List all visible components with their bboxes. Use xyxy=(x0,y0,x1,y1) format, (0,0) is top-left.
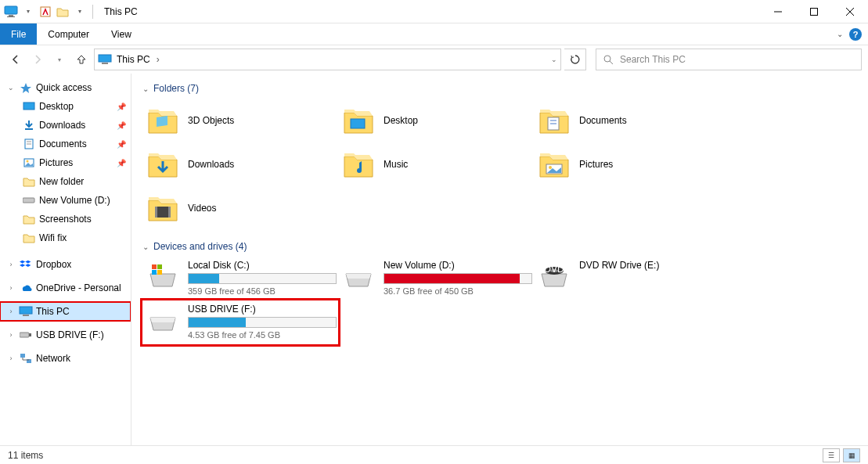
sidebar-dropbox[interactable]: › Dropbox xyxy=(0,255,131,274)
tab-view[interactable]: View xyxy=(100,23,142,45)
drive-item[interactable]: USB DRIVE (F:)4.53 GB free of 7.45 GB xyxy=(142,300,338,344)
view-details-button[interactable]: ☰ xyxy=(823,448,840,462)
sidebar-item-label: Pictures xyxy=(39,157,73,168)
view-tiles-button[interactable]: ▦ xyxy=(843,448,860,462)
qat-dropdown-icon[interactable]: ▾ xyxy=(72,4,88,20)
svg-rect-1 xyxy=(9,15,13,16)
up-button[interactable] xyxy=(72,50,91,69)
svg-point-17 xyxy=(27,160,29,163)
item-icon xyxy=(22,194,36,207)
folder-label: Desktop xyxy=(384,115,418,126)
forward-button[interactable] xyxy=(28,50,47,69)
svg-rect-19 xyxy=(20,307,32,314)
svg-rect-35 xyxy=(152,264,157,269)
sidebar-item[interactable]: Documents📌 xyxy=(0,135,131,153)
sidebar-quick-access[interactable]: ⌄ Quick access xyxy=(0,78,131,97)
group-title: Folders (7) xyxy=(153,83,199,94)
svg-point-10 xyxy=(604,56,610,62)
sidebar-item-label: Screenshots xyxy=(39,214,92,225)
properties-icon[interactable] xyxy=(38,4,53,20)
recent-dropdown-icon[interactable]: ▾ xyxy=(50,50,69,69)
pin-icon: 📌 xyxy=(117,103,126,111)
item-icon xyxy=(22,138,36,150)
chevron-down-icon: ⌄ xyxy=(142,243,149,251)
sidebar-item-label: USB DRIVE (F:) xyxy=(36,329,104,340)
chevron-down-icon: ⌄ xyxy=(142,85,149,93)
address-bar[interactable]: This PC ⌄ xyxy=(94,49,561,70)
sidebar-item[interactable]: Desktop📌 xyxy=(0,97,131,116)
folder-item[interactable]: Pictures xyxy=(534,142,729,186)
folder-item[interactable]: Documents xyxy=(534,99,729,142)
chevron-down-icon[interactable]: ▾ xyxy=(20,4,36,20)
breadcrumb-root[interactable]: This PC xyxy=(117,54,150,65)
drive-usage-bar xyxy=(384,273,532,284)
sidebar-item[interactable]: Screenshots xyxy=(0,210,131,228)
help-icon[interactable]: ? xyxy=(849,28,862,41)
title-bar: ▾ ▾ This PC xyxy=(0,0,868,23)
status-bar: 11 items ☰ ▦ xyxy=(0,445,868,464)
folder-item[interactable]: Music xyxy=(338,142,534,186)
svg-rect-33 xyxy=(155,207,157,218)
new-folder-icon[interactable] xyxy=(55,4,70,20)
sidebar-item[interactable]: Pictures📌 xyxy=(0,153,131,172)
dropbox-icon xyxy=(19,258,33,271)
drive-icon xyxy=(146,260,180,291)
svg-rect-36 xyxy=(157,264,162,269)
group-title: Devices and drives (4) xyxy=(153,241,247,252)
sidebar-item[interactable]: New folder xyxy=(0,172,131,191)
window-title: This PC xyxy=(104,6,138,17)
this-pc-icon xyxy=(19,305,33,318)
folder-item[interactable]: Downloads xyxy=(142,142,338,186)
sidebar-item[interactable]: Downloads📌 xyxy=(0,116,131,135)
close-button[interactable] xyxy=(832,0,868,23)
address-dropdown-icon[interactable]: ⌄ xyxy=(551,56,557,63)
status-item-count: 11 items xyxy=(8,450,43,461)
maximize-button[interactable] xyxy=(796,0,832,23)
chevron-right-icon[interactable]: › xyxy=(6,331,16,339)
drive-name: DVD RW Drive (E:) xyxy=(579,260,726,271)
sidebar-item[interactable]: New Volume (D:) xyxy=(0,191,131,210)
svg-line-11 xyxy=(610,61,613,64)
sidebar-item-label: This PC xyxy=(36,306,70,317)
tab-computer[interactable]: Computer xyxy=(37,23,100,45)
back-button[interactable] xyxy=(6,50,25,69)
folder-item[interactable]: Videos xyxy=(142,186,338,230)
sidebar-onedrive[interactable]: › OneDrive - Personal xyxy=(0,279,131,297)
chevron-right-icon[interactable]: › xyxy=(6,308,16,315)
drive-item[interactable]: New Volume (D:)36.7 GB free of 450 GB xyxy=(338,257,534,300)
drive-name: USB DRIVE (F:) xyxy=(188,304,337,315)
minimize-button[interactable] xyxy=(760,0,796,23)
sidebar-usb-drive[interactable]: › USB DRIVE (F:) xyxy=(0,326,131,344)
group-folders-header[interactable]: ⌄ Folders (7) xyxy=(142,83,857,94)
folder-label: Documents xyxy=(579,115,627,126)
drive-item[interactable]: DVDDVD RW Drive (E:) xyxy=(534,257,729,300)
svg-point-31 xyxy=(549,166,552,169)
folder-item[interactable]: 3D Objects xyxy=(142,99,338,142)
search-icon xyxy=(603,54,614,65)
svg-rect-37 xyxy=(152,270,157,275)
ribbon-collapse-icon[interactable]: ⌄ xyxy=(837,30,843,38)
divider xyxy=(92,5,93,19)
tab-file[interactable]: File xyxy=(0,23,37,45)
chevron-right-icon[interactable]: › xyxy=(6,284,16,292)
folder-item[interactable]: Desktop xyxy=(338,99,534,142)
drive-icon xyxy=(341,260,376,291)
drive-item[interactable]: Local Disk (C:)359 GB free of 456 GB xyxy=(142,257,338,300)
sidebar-network[interactable]: › Network xyxy=(0,349,131,368)
chevron-down-icon[interactable]: ⌄ xyxy=(6,84,16,92)
sidebar-item-label: Desktop xyxy=(39,101,74,112)
chevron-right-icon[interactable]: › xyxy=(6,261,16,268)
sidebar-this-pc[interactable]: › This PC xyxy=(0,302,131,321)
chevron-right-icon[interactable]: › xyxy=(6,354,16,362)
folder-icon xyxy=(537,147,571,182)
drive-free-text: 359 GB free of 456 GB xyxy=(188,286,337,296)
drive-free-text: 4.53 GB free of 7.45 GB xyxy=(188,330,337,340)
refresh-button[interactable] xyxy=(564,49,586,70)
drive-usage-bar xyxy=(188,273,337,284)
navigation-bar: ▾ This PC ⌄ Search This PC xyxy=(0,45,868,74)
svg-text:DVD: DVD xyxy=(544,264,564,275)
search-input[interactable]: Search This PC xyxy=(596,49,862,70)
drive-usage-bar xyxy=(188,317,337,328)
group-drives-header[interactable]: ⌄ Devices and drives (4) xyxy=(142,241,857,252)
sidebar-item[interactable]: Wifi fix xyxy=(0,228,131,247)
